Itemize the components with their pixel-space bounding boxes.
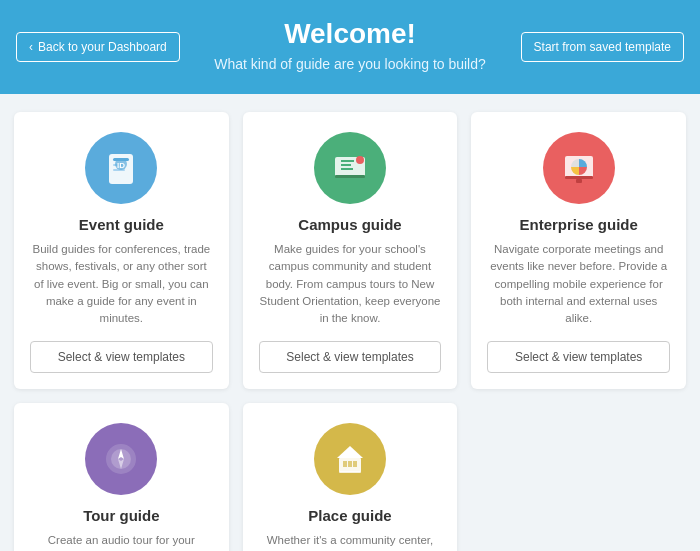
svg-rect-23	[348, 461, 352, 467]
campus-title: Campus guide	[298, 216, 401, 233]
start-button-label: Start from saved template	[534, 40, 671, 54]
tour-description: Create an audio tour for your university…	[30, 532, 213, 551]
place-title: Place guide	[308, 507, 391, 524]
enterprise-description: Navigate corporate meetings and events l…	[487, 241, 670, 327]
card-tour: Tour guide Create an audio tour for your…	[14, 403, 229, 551]
svg-rect-25	[339, 471, 361, 473]
cards-grid: ID Event guide Build guides for conferen…	[0, 94, 700, 551]
svg-rect-13	[565, 176, 593, 179]
svg-text:ID: ID	[117, 161, 125, 170]
chevron-left-icon: ‹	[29, 40, 33, 54]
card-place: Place guide Whether it's a community cen…	[243, 403, 458, 551]
event-description: Build guides for conferences, trade show…	[30, 241, 213, 327]
svg-rect-7	[335, 175, 365, 178]
svg-marker-21	[337, 446, 363, 458]
place-description: Whether it's a community center, museum,…	[259, 532, 442, 551]
campus-icon	[314, 132, 386, 204]
back-to-dashboard-button[interactable]: ‹ Back to your Dashboard	[16, 32, 180, 62]
svg-point-8	[356, 156, 364, 164]
tour-icon	[85, 423, 157, 495]
svg-rect-14	[576, 179, 582, 183]
campus-select-button[interactable]: Select & view templates	[259, 341, 442, 373]
back-button-label: Back to your Dashboard	[38, 40, 167, 54]
event-icon: ID	[85, 132, 157, 204]
enterprise-icon	[543, 132, 615, 204]
place-icon	[314, 423, 386, 495]
campus-description: Make guides for your school's campus com…	[259, 241, 442, 327]
svg-rect-24	[353, 461, 357, 467]
event-title: Event guide	[79, 216, 164, 233]
enterprise-title: Enterprise guide	[519, 216, 637, 233]
card-enterprise: Enterprise guide Navigate corporate meet…	[471, 112, 686, 389]
card-campus: Campus guide Make guides for your school…	[243, 112, 458, 389]
enterprise-select-button[interactable]: Select & view templates	[487, 341, 670, 373]
svg-rect-22	[343, 461, 347, 467]
start-from-saved-template-button[interactable]: Start from saved template	[521, 32, 684, 62]
tour-title: Tour guide	[83, 507, 159, 524]
card-event: ID Event guide Build guides for conferen…	[14, 112, 229, 389]
event-select-button[interactable]: Select & view templates	[30, 341, 213, 373]
header: ‹ Back to your Dashboard Welcome! What k…	[0, 0, 700, 94]
